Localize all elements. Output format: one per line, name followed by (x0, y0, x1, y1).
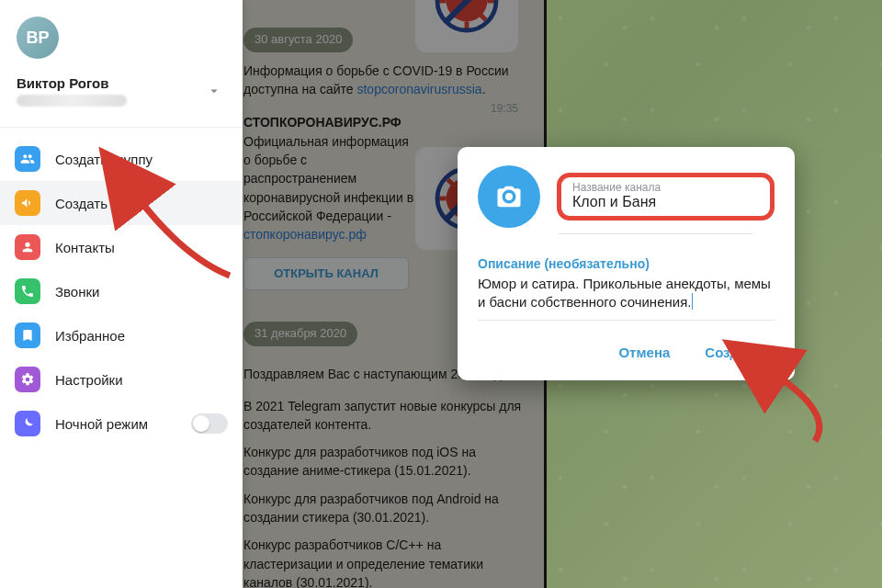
channel-name-input[interactable]: Клоп и Баня (572, 194, 759, 210)
gear-icon (15, 367, 40, 392)
create-channel-dialog: Название канала Клоп и Баня Описание (не… (458, 147, 795, 380)
upload-photo-button[interactable] (478, 165, 540, 228)
menu-create-channel[interactable]: Создать канал (0, 181, 243, 225)
message-text: Конкурс для разработчиков под Android на… (243, 490, 526, 527)
channel-name-label: Название канала (572, 181, 759, 194)
menu-create-group[interactable]: Создать группу (0, 137, 243, 181)
channel-desc-label: Описание (необязательно) (478, 256, 775, 271)
source-title: СТОПКОРОНАВИРУС.РФ (243, 113, 526, 131)
menu-label: Создать канал (55, 196, 149, 211)
input-underline (559, 233, 752, 234)
dialog-actions: Отмена Создать (478, 337, 775, 368)
message-text: Конкурс для разработчиков под iOS на соз… (243, 443, 526, 481)
message-link[interactable]: стопкоронавирус.рф (243, 227, 367, 242)
message-link[interactable]: stopcoronavirusrussia (356, 82, 481, 96)
open-channel-button[interactable]: ОТКРЫТЬ КАНАЛ (243, 257, 409, 291)
channel-desc-text: Юмор и сатира. Прикольные анекдоты, мемы… (478, 276, 771, 310)
moon-icon (15, 411, 40, 436)
date-chip: 31 декабря 2020 (243, 322, 357, 346)
camera-icon (495, 183, 523, 210)
coronavirus-icon (430, 0, 503, 38)
svg-line-16 (447, 179, 453, 185)
sidebar: ВР Виктор Рогов Создать группу (0, 0, 243, 588)
channel-desc-input[interactable]: Юмор и сатира. Прикольные анекдоты, мемы… (478, 275, 775, 312)
app-root: 19:35 30 августа 2020 Информация о борьб… (0, 0, 882, 588)
menu-saved[interactable]: Избранное (0, 313, 243, 357)
svg-line-6 (481, 15, 486, 20)
menu-night-mode[interactable]: Ночной режим (0, 401, 243, 446)
message-body: В 2021 Telegram запустит новые конкурсы … (243, 397, 526, 589)
cancel-button[interactable]: Отмена (605, 337, 683, 368)
chevron-down-icon (206, 83, 222, 103)
menu-label: Избранное (55, 328, 125, 344)
message-text: В 2021 Telegram запустит новые конкурсы … (243, 397, 526, 435)
account-name: Виктор Рогов (17, 75, 226, 91)
phone-icon (15, 278, 40, 304)
message-text: Конкурс разработчиков C/C++ на кластериз… (243, 536, 526, 588)
message: Официальная информация о борьбе с распро… (243, 132, 418, 244)
menu-settings[interactable]: Настройки (0, 357, 243, 401)
sidebar-menu: Создать группу Создать канал Контакты Зв… (0, 131, 243, 451)
date-chip: 30 августа 2020 (243, 28, 353, 52)
menu-label: Настройки (55, 372, 123, 388)
bookmark-icon (15, 322, 40, 348)
menu-contacts[interactable]: Контакты (0, 225, 243, 269)
avatar[interactable]: ВР (17, 17, 59, 59)
night-mode-toggle[interactable] (191, 413, 228, 434)
message-text: Официальная информация о борьбе с распро… (243, 134, 413, 223)
covid-image (415, 0, 518, 52)
menu-label: Ночной режим (55, 416, 148, 432)
menu-label: Создать группу (55, 152, 153, 167)
text-cursor (692, 293, 693, 310)
menu-calls[interactable]: Звонки (0, 269, 243, 313)
user-icon (15, 234, 40, 260)
sidebar-header: ВР Виктор Рогов (0, 0, 243, 121)
separator (0, 127, 243, 128)
account-switcher[interactable]: Виктор Рогов (17, 75, 226, 116)
account-phone-blurred (17, 95, 127, 107)
message-time: 19:35 (491, 101, 518, 117)
menu-label: Контакты (55, 240, 115, 255)
people-icon (15, 146, 40, 172)
message: Информация о борьбе с COVID-19 в России … (243, 62, 526, 99)
create-button[interactable]: Создать (692, 337, 775, 368)
megaphone-icon (15, 190, 40, 216)
channel-name-field-hilight: Название канала Клоп и Баня (557, 173, 775, 220)
input-underline (478, 320, 775, 321)
menu-label: Звонки (55, 284, 99, 300)
